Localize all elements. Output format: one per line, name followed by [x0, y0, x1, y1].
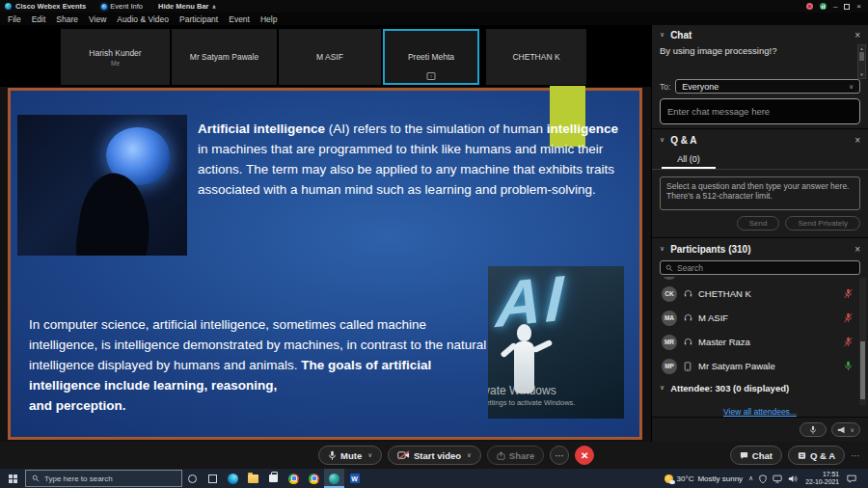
- action-center-button[interactable]: [847, 474, 856, 483]
- edge-taskbar-button[interactable]: [223, 469, 243, 488]
- video-tile-m-asif[interactable]: M ASIF: [279, 29, 381, 85]
- close-chat-icon[interactable]: ×: [854, 30, 860, 41]
- menu-view[interactable]: View: [84, 14, 111, 24]
- me-label: Me: [111, 60, 120, 67]
- panel-announce-button[interactable]: ∨: [831, 422, 860, 437]
- taskbar-search[interactable]: Type here to search: [25, 470, 182, 487]
- slide-paragraph-1: Artificial intelligence (AI) refers to t…: [198, 119, 618, 200]
- participant-name: Mr Satyam Pawale: [698, 361, 775, 371]
- chat-panel-title: Chat: [670, 30, 692, 41]
- menu-share[interactable]: Share: [51, 14, 83, 24]
- close-window-button[interactable]: ×: [856, 3, 861, 11]
- view-all-attendees-link[interactable]: View all attendees...: [723, 407, 797, 417]
- close-participants-icon[interactable]: ×: [854, 244, 860, 255]
- send-privately-button[interactable]: Send Privately: [785, 216, 860, 230]
- recording-indicator-icon: [806, 3, 813, 10]
- chat-bubble-icon: [740, 451, 748, 460]
- share-icon: [497, 451, 505, 460]
- chrome-taskbar-button-2[interactable]: [304, 469, 324, 488]
- scrollbar-thumb[interactable]: [859, 52, 864, 61]
- megaphone-icon: [837, 426, 847, 434]
- chevron-down-icon[interactable]: ∨: [467, 451, 472, 459]
- windows-taskbar: Type here to search W 30°C Mostly sunny …: [0, 469, 868, 488]
- chrome-icon: [288, 474, 299, 484]
- weather-desc: Mostly sunny: [697, 474, 743, 483]
- edge-icon: [228, 474, 238, 484]
- maximize-button[interactable]: [844, 4, 850, 10]
- collapse-chevron-icon[interactable]: ∨: [660, 31, 665, 39]
- recipient-select[interactable]: Everyone ∨: [675, 79, 860, 94]
- participant-search-input[interactable]: [677, 263, 854, 273]
- weather-temp: 30°C: [677, 474, 694, 483]
- video-tile-preeti-mehta[interactable]: Preeti Mehta ↑: [383, 29, 479, 85]
- minimize-button[interactable]: –: [833, 3, 837, 11]
- menu-event[interactable]: Event: [224, 14, 255, 24]
- chat-scrollbar[interactable]: ▲ ▼: [857, 44, 866, 79]
- video-tile-chethan-k[interactable]: CHETHAN K: [486, 29, 586, 85]
- share-button[interactable]: Share: [487, 446, 544, 465]
- word-taskbar-button[interactable]: W: [344, 469, 365, 488]
- cortana-button[interactable]: [182, 469, 203, 488]
- menu-help[interactable]: Help: [256, 14, 282, 24]
- qa-answer-input[interactable]: [660, 176, 860, 210]
- mute-button[interactable]: Mute ∨: [318, 446, 382, 465]
- event-info-icon: [101, 4, 107, 10]
- participant-name: Harish Kunder: [89, 48, 141, 58]
- file-explorer-taskbar-button[interactable]: [243, 469, 263, 488]
- weather-widget[interactable]: 30°C Mostly sunny: [665, 474, 744, 483]
- task-view-button[interactable]: [203, 469, 223, 488]
- taskbar-clock[interactable]: 17:51 22-10-2021: [803, 471, 841, 486]
- scroll-up-icon[interactable]: ▲: [859, 45, 863, 52]
- chat-toggle-button[interactable]: Chat: [730, 446, 782, 465]
- participant-row[interactable]: MP Mr Satyam Pawale: [652, 354, 858, 378]
- store-icon: [269, 474, 278, 482]
- menu-edit[interactable]: Edit: [27, 14, 51, 24]
- avatar: MP: [662, 359, 677, 374]
- webex-taskbar-button[interactable]: [324, 469, 344, 488]
- scroll-down-icon[interactable]: ▼: [859, 71, 863, 78]
- participant-search[interactable]: [660, 260, 860, 275]
- participant-row[interactable]: MA M ASIF: [652, 306, 858, 330]
- store-taskbar-button[interactable]: [263, 469, 284, 488]
- participant-name: Mr Satyam Pawale: [190, 52, 258, 62]
- event-info-button[interactable]: Event Info: [101, 2, 143, 11]
- security-tray-icon[interactable]: [759, 474, 767, 483]
- hide-menu-bar-button[interactable]: Hide Menu Bar ∧: [158, 2, 216, 11]
- panel-microphone-button[interactable]: [800, 422, 827, 437]
- more-options-button[interactable]: ⋯: [550, 446, 569, 465]
- hidden-icons-button[interactable]: ∧: [748, 474, 753, 482]
- start-video-button[interactable]: Start video ∨: [388, 446, 481, 465]
- volume-tray-icon[interactable]: [788, 474, 798, 483]
- participant-row[interactable]: CK CHETHAN K: [652, 282, 858, 306]
- tab-all[interactable]: All (0): [662, 154, 716, 169]
- attendee-section-header[interactable]: ∨ Attendee: 303 (0 displayed): [652, 380, 868, 395]
- presentation-slide: Artificial intelligence (AI) refers to t…: [8, 88, 642, 440]
- chat-message-input[interactable]: [660, 98, 860, 124]
- display-tray-icon[interactable]: [773, 474, 782, 483]
- microphone-icon: [328, 450, 337, 461]
- collapse-chevron-icon[interactable]: ∨: [660, 245, 665, 253]
- mobile-device-icon: [683, 362, 692, 371]
- taskbar-search-placeholder: Type here to search: [44, 474, 113, 483]
- menu-file[interactable]: File: [3, 14, 26, 24]
- more-panels-button[interactable]: ⋯: [851, 450, 860, 461]
- headset-icon: [683, 313, 692, 322]
- start-button[interactable]: [0, 469, 25, 488]
- menu-audio-video[interactable]: Audio & Video: [112, 14, 174, 24]
- chrome-taskbar-button[interactable]: [284, 469, 304, 488]
- close-qa-icon[interactable]: ×: [854, 135, 860, 146]
- menu-participant[interactable]: Participant: [175, 14, 223, 24]
- participant-name: CHETHAN K: [512, 52, 559, 62]
- qa-toggle-button[interactable]: Q & A: [788, 446, 845, 465]
- collapse-chevron-icon[interactable]: ∨: [660, 136, 665, 144]
- send-button[interactable]: Send: [737, 216, 780, 230]
- video-tile-satyam-pawale[interactable]: Mr Satyam Pawale: [172, 29, 277, 85]
- participant-row[interactable]: MR Master Raza: [652, 330, 858, 354]
- participant-name: Preeti Mehta: [408, 52, 454, 62]
- task-view-icon: [208, 474, 217, 483]
- video-tile-harish-kunder[interactable]: Harish Kunder Me: [61, 29, 170, 85]
- chevron-down-icon[interactable]: ∨: [367, 451, 372, 459]
- chrome-icon: [309, 474, 319, 484]
- leave-event-button[interactable]: ✕: [575, 446, 594, 465]
- participants-panel: ∨ Participants (310) × CK CHETHAN K: [652, 239, 868, 442]
